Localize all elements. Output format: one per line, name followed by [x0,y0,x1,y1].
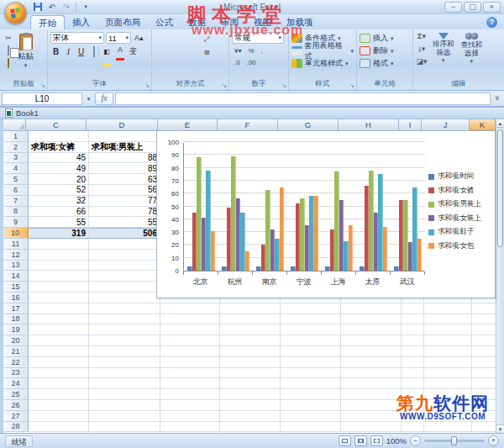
row-header-16[interactable]: 16 [3,293,29,303]
cell-G22[interactable] [281,357,341,368]
cell-D8[interactable]: 78 [89,207,160,218]
cell-K26[interactable] [472,400,496,411]
cell-D2[interactable]: 求和项:男装上 [89,142,160,153]
row-header-24[interactable]: 24 [3,378,29,389]
cell-E26[interactable] [160,400,220,411]
cell-F26[interactable] [220,400,281,411]
format-painter-icon[interactable] [3,59,14,70]
cell-G26[interactable] [281,400,341,411]
row-header-8[interactable]: 8 [3,207,29,218]
column-header-H[interactable]: H [339,119,399,131]
cell-F21[interactable] [220,346,281,357]
cell-K25[interactable] [472,389,496,400]
cell-F28[interactable] [220,422,281,433]
comma-style-button[interactable]: , [259,45,265,55]
cell-C13[interactable] [29,261,89,271]
align-left-button[interactable] [155,46,168,58]
row-header-28[interactable]: 28 [3,422,29,433]
cell-H18[interactable] [341,314,402,325]
row-header-22[interactable]: 22 [3,357,29,368]
row-header-25[interactable]: 25 [3,389,29,400]
sort-filter-button[interactable]: 排序和 筛选 ▾ [431,32,456,68]
find-select-button[interactable]: 查找和 选择 ▾ [459,32,485,68]
row-header-7[interactable]: 7 [3,196,29,207]
row-header-1[interactable]: 1 [3,131,29,142]
cell-G18[interactable] [281,314,341,325]
column-header-F[interactable]: F [218,119,278,131]
cell-I24[interactable] [402,378,424,389]
close-button[interactable]: × [483,2,501,13]
row-header-20[interactable]: 20 [3,335,29,346]
cell-D20[interactable] [89,335,160,346]
cell-D15[interactable] [89,282,160,293]
row-header-2[interactable]: 2 [3,142,29,153]
autosum-button[interactable]: Σ▾ [416,32,428,43]
cell-J24[interactable] [424,378,472,389]
copy-icon[interactable] [3,46,14,57]
clear-button[interactable]: ◪▾ [416,57,428,68]
cell-D9[interactable]: 55 [89,217,160,228]
percent-style-button[interactable]: % [245,45,256,55]
cell-D27[interactable] [89,411,160,422]
fill-button[interactable]: ⤓▾ [416,45,428,55]
cell-K27[interactable] [472,411,496,422]
dialog-launcher-icon[interactable]: ↘ [40,82,45,89]
tab-insert[interactable]: 插入 [65,15,97,29]
font-size-select[interactable]: 11▾ [106,32,131,44]
cell-E23[interactable] [160,368,220,379]
tab-data[interactable]: 数据 [181,15,213,29]
cell-F22[interactable] [220,357,281,368]
row-header-12[interactable]: 12 [3,250,29,261]
row-header-15[interactable]: 15 [3,282,29,293]
row-header-23[interactable]: 23 [3,368,29,379]
column-header-G[interactable]: G [278,119,339,131]
cell-F23[interactable] [220,368,281,379]
cell-J17[interactable] [424,303,472,314]
cell-D28[interactable] [89,422,160,433]
column-chart[interactable]: 求和项:时间求和项:女裤求和项:男装上求和项:女装上求和项:鞋子求和项:女包 0… [156,130,496,298]
cell-D3[interactable]: 88 [89,153,160,164]
cell-D23[interactable] [89,368,160,379]
row-header-17[interactable]: 17 [3,303,29,314]
office-button[interactable] [4,2,27,24]
page-break-view-button[interactable] [370,435,383,446]
delete-cells-button[interactable]: 删除▾ [360,45,410,57]
cell-E24[interactable] [160,378,220,389]
page-layout-view-button[interactable] [354,435,367,446]
row-header-3[interactable]: 3 [3,153,29,164]
cell-D25[interactable] [89,389,160,400]
insert-cells-button[interactable]: 插入▾ [360,32,410,45]
minimize-button[interactable]: − [444,2,462,13]
cell-G25[interactable] [281,389,341,400]
cell-F20[interactable] [220,335,281,346]
cell-E17[interactable] [160,303,220,314]
column-header-C[interactable]: C [26,119,87,131]
cell-D16[interactable] [89,293,160,303]
cell-G24[interactable] [281,378,341,389]
name-box-dropdown-icon[interactable]: ▾ [84,92,93,105]
row-header-6[interactable]: 6 [3,185,29,196]
tab-addins[interactable]: 加载项 [279,15,321,29]
cell-H25[interactable] [341,389,402,400]
accounting-format-button[interactable]: ¥▾ [232,45,244,55]
cell-I22[interactable] [402,357,424,368]
cell-J26[interactable] [424,400,472,411]
dialog-launcher-icon[interactable]: ↘ [349,82,354,89]
cell-I19[interactable] [402,324,424,335]
cell-J19[interactable] [424,324,472,335]
borders-button[interactable] [88,45,99,57]
cell-G23[interactable] [281,368,341,379]
cell-D5[interactable]: 63 [89,174,160,185]
restore-button[interactable]: ▢ [464,2,481,13]
cell-C1[interactable] [29,131,89,142]
underline-button[interactable]: U [76,45,87,57]
row-header-9[interactable]: 9 [3,217,29,228]
cell-E18[interactable] [160,314,220,325]
row-header-18[interactable]: 18 [3,314,29,325]
cell-F24[interactable] [220,378,281,389]
cell-E19[interactable] [160,324,220,335]
cell-J22[interactable] [424,357,472,368]
cell-F27[interactable] [220,411,281,422]
cell-D12[interactable] [89,250,160,261]
cell-J23[interactable] [424,368,472,379]
